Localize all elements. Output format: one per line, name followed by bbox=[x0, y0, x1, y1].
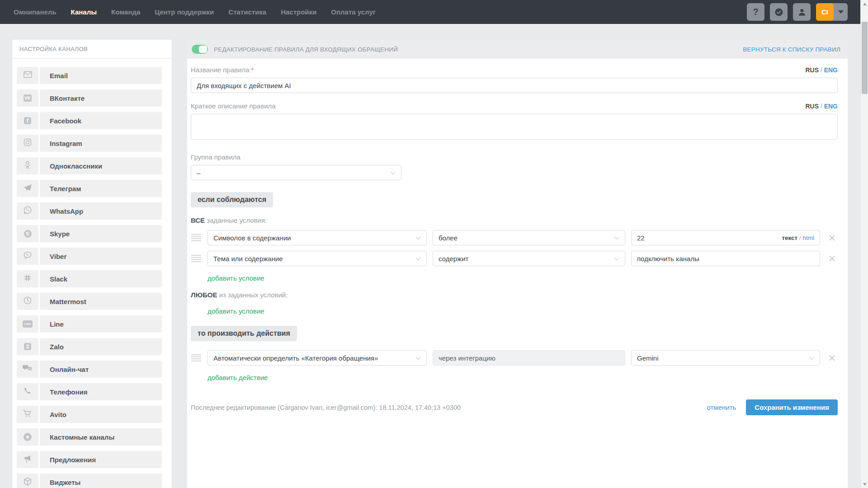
rule-enabled-toggle[interactable] bbox=[192, 45, 208, 54]
sidebar-item-facebook[interactable]: f Facebook bbox=[17, 112, 162, 129]
channel-label: Line bbox=[50, 320, 64, 328]
rule-name-input[interactable] bbox=[191, 78, 838, 93]
channel-label: Zalo bbox=[50, 343, 64, 351]
sidebar-item-email[interactable]: Email bbox=[17, 67, 162, 84]
condition-field-select[interactable]: Символов в содержании bbox=[208, 230, 427, 245]
mode-text-tab[interactable]: текст bbox=[782, 235, 797, 241]
scrollbar-down-arrow[interactable] bbox=[861, 480, 868, 488]
last-edit-info: Последнее редактирование (Carganov Ivan,… bbox=[191, 404, 707, 411]
navbar-actions: ? CI bbox=[747, 3, 848, 21]
vkontakte-icon: VK bbox=[17, 89, 38, 107]
sidebar-item-offers[interactable]: Предложения bbox=[17, 451, 162, 468]
account-menu-button[interactable]: CI bbox=[816, 3, 848, 21]
chevron-down-icon bbox=[838, 10, 844, 14]
action-type-select[interactable]: Автоматически определить «Категория обра… bbox=[208, 350, 427, 366]
remove-action-button[interactable] bbox=[826, 355, 838, 361]
sidebar-item-line[interactable]: LINE Line bbox=[17, 315, 162, 333]
sidebar-item-zalo[interactable]: Z Zalo bbox=[17, 338, 162, 355]
lang-eng-tab[interactable]: ENG bbox=[824, 66, 838, 74]
remove-condition-button[interactable] bbox=[826, 255, 838, 262]
widgets-icon bbox=[17, 474, 38, 488]
scrollbar-thumb[interactable] bbox=[862, 22, 868, 94]
add-condition-link[interactable]: добавить условие bbox=[208, 274, 264, 282]
nav-item-billing[interactable]: Оплата услуг bbox=[331, 8, 376, 16]
sidebar-item-online-chat[interactable]: Онлайн-чат bbox=[17, 361, 162, 378]
rule-group-select[interactable]: – bbox=[191, 165, 401, 180]
condition-field-select[interactable]: Тема или содержание bbox=[208, 251, 427, 266]
channel-label: Одноклассники bbox=[50, 162, 102, 170]
any-conditions-heading: ЛЮБОЕ из заданных условий: bbox=[191, 291, 838, 299]
chevron-down-icon bbox=[614, 255, 619, 260]
lang-rus-tab[interactable]: RUS bbox=[805, 66, 819, 74]
lang-eng-tab[interactable]: ENG bbox=[824, 103, 838, 110]
user-icon bbox=[797, 8, 807, 17]
rule-group-label: Группа правила bbox=[191, 153, 241, 161]
sidebar-item-viber[interactable]: Viber bbox=[17, 248, 162, 265]
condition-value-input[interactable] bbox=[631, 251, 820, 266]
back-to-rules-link[interactable]: ВЕРНУТЬСЯ К СПИСКУ ПРАВИЛ bbox=[743, 46, 840, 53]
verified-button[interactable] bbox=[770, 3, 788, 21]
top-navbar: Омнипанель Каналы Команда Центр поддержк… bbox=[0, 0, 868, 24]
instagram-icon bbox=[17, 135, 38, 152]
nav-item-support-center[interactable]: Центр поддержки bbox=[155, 8, 214, 16]
drag-handle-icon[interactable] bbox=[191, 234, 202, 242]
whatsapp-icon bbox=[17, 202, 38, 220]
lang-switch: RUS / ENG bbox=[805, 103, 838, 110]
drag-handle-icon[interactable] bbox=[191, 254, 202, 263]
remove-condition-button[interactable] bbox=[826, 235, 838, 241]
channel-label: Slack bbox=[50, 275, 67, 283]
telegram-icon bbox=[17, 180, 38, 197]
sidebar-item-mattermost[interactable]: Mattermost bbox=[17, 293, 162, 310]
add-action-link[interactable]: добавить действие bbox=[208, 374, 268, 381]
channel-label: Предложения bbox=[50, 456, 96, 464]
if-conditions-badge: если соблюдаются bbox=[191, 192, 273, 207]
nav-item-channels[interactable]: Каналы bbox=[71, 8, 97, 16]
sidebar-item-custom-channels[interactable]: + Кастомные каналы bbox=[17, 428, 162, 446]
sidebar-item-skype[interactable]: S Skype bbox=[17, 225, 162, 242]
rule-description-label: Краткое описание правила bbox=[191, 102, 276, 110]
nav-item-omnipanel[interactable]: Омнипанель bbox=[14, 8, 57, 16]
sidebar-item-widgets[interactable]: Виджеты bbox=[17, 474, 162, 488]
profile-button[interactable] bbox=[793, 3, 811, 21]
drag-handle-icon[interactable] bbox=[191, 354, 202, 362]
scrollbar-up-arrow[interactable] bbox=[861, 0, 868, 8]
channel-label: Facebook bbox=[50, 117, 81, 125]
nav-menu: Омнипанель Каналы Команда Центр поддержк… bbox=[14, 8, 376, 16]
then-actions-badge: то производить действия bbox=[191, 326, 297, 341]
action-via-field[interactable]: через интеграцию bbox=[433, 350, 625, 366]
channel-label: Email bbox=[50, 72, 68, 80]
sidebar-item-odnoklassniki[interactable]: Одноклассники bbox=[17, 157, 162, 174]
condition-operator-select[interactable]: содержит bbox=[433, 251, 625, 266]
add-condition-link[interactable]: добавить условие bbox=[208, 307, 264, 315]
sidebar-item-vkontakte[interactable]: VK ВКонтакте bbox=[17, 89, 162, 107]
sidebar-item-telegram[interactable]: Телеграм bbox=[17, 180, 162, 197]
form-footer: Последнее редактирование (Carganov Ivan,… bbox=[191, 399, 838, 429]
save-button[interactable]: Сохранить изменения bbox=[746, 399, 838, 415]
condition-operator-select[interactable]: более bbox=[433, 230, 625, 245]
chevron-down-icon bbox=[614, 235, 619, 239]
action-row: Автоматически определить «Категория обра… bbox=[191, 350, 838, 366]
rule-description-input[interactable] bbox=[191, 114, 838, 140]
nav-item-statistics[interactable]: Статистика bbox=[228, 8, 266, 16]
lang-rus-tab[interactable]: RUS bbox=[805, 103, 819, 110]
action-target-select[interactable]: Gemini bbox=[631, 350, 820, 366]
condition-row: Символов в содержании более текст / html bbox=[191, 230, 838, 245]
nav-item-settings[interactable]: Настройки bbox=[281, 8, 316, 16]
sidebar-item-whatsapp[interactable]: WhatsApp bbox=[17, 202, 162, 220]
sidebar-item-avito[interactable]: Avito bbox=[17, 406, 162, 423]
help-button[interactable]: ? bbox=[747, 3, 764, 21]
mode-html-tab[interactable]: html bbox=[802, 235, 814, 241]
online-chat-icon bbox=[17, 361, 38, 378]
channel-label: Skype bbox=[50, 230, 70, 238]
sidebar-item-instagram[interactable]: Instagram bbox=[17, 135, 162, 152]
sidebar-item-telephony[interactable]: Телефония bbox=[17, 383, 162, 400]
channel-list: Email VK ВКонтакте f Facebook Instagram … bbox=[12, 59, 172, 488]
cancel-button[interactable]: отменить bbox=[707, 404, 736, 411]
channel-label: Кастомные каналы bbox=[50, 433, 114, 441]
nav-item-team[interactable]: Команда bbox=[111, 8, 140, 16]
channel-label: Mattermost bbox=[50, 298, 86, 305]
condition-value-wrap bbox=[631, 251, 820, 266]
slack-icon bbox=[17, 270, 38, 287]
condition-value-wrap: текст / html bbox=[631, 230, 820, 245]
sidebar-item-slack[interactable]: Slack bbox=[17, 270, 162, 287]
